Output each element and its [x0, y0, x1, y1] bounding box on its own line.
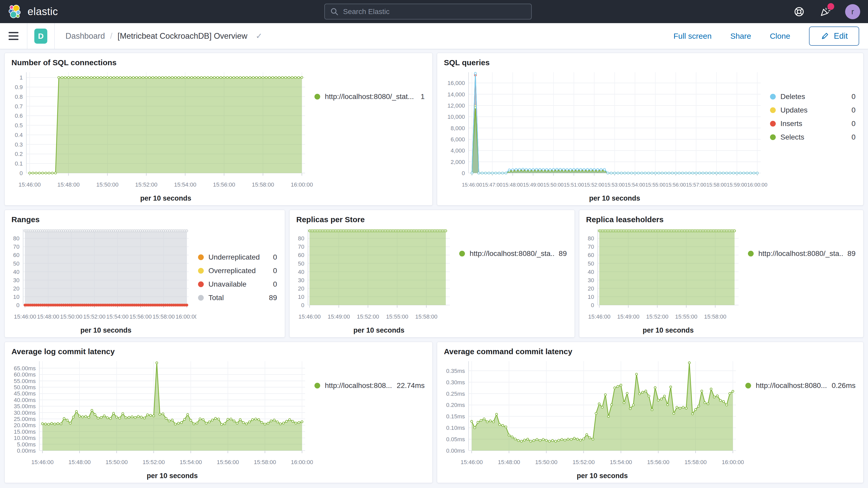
legend-series-dot [459, 251, 465, 256]
legend-item[interactable]: http://localhost:808...22.74ms [314, 382, 425, 390]
svg-text:10: 10 [298, 294, 304, 300]
elastic-logo[interactable]: elastic [8, 4, 58, 19]
legend-item[interactable]: Inserts0 [770, 120, 856, 128]
svg-text:16:00:00: 16:00:00 [291, 181, 313, 188]
chart-legend: http://localhost:8080/_sta...89 [458, 224, 572, 336]
panel-title: Average log commit latency [11, 347, 430, 356]
svg-text:15:52:00: 15:52:00 [584, 182, 604, 188]
legend-series-dot [314, 94, 320, 99]
legend-item[interactable]: Updates0 [770, 106, 856, 114]
menu-button[interactable] [0, 23, 27, 49]
legend-series-label: Updates [780, 106, 807, 114]
svg-text:15:46:00: 15:46:00 [31, 459, 54, 465]
svg-text:0.2: 0.2 [15, 151, 23, 157]
svg-text:40: 40 [13, 269, 20, 275]
chart-canvas-sql-queries[interactable]: 02,0004,0006,0008,00010,00012,00014,0001… [442, 67, 769, 204]
edit-button[interactable]: Edit [809, 27, 859, 46]
svg-text:15:56:00: 15:56:00 [129, 313, 152, 320]
newsfeed-button[interactable] [819, 6, 831, 18]
svg-text:1: 1 [20, 74, 23, 81]
legend-item[interactable]: http://localhost:8080/_stat...1 [314, 92, 425, 101]
svg-text:15:50:00: 15:50:00 [96, 181, 119, 188]
legend-item[interactable]: Underreplicated0 [198, 253, 277, 262]
chart-canvas-sql-connections[interactable]: 00.10.20.30.40.50.60.70.80.9115:46:0015:… [10, 67, 313, 204]
svg-text:60: 60 [588, 252, 594, 258]
legend-series-label: Deletes [780, 92, 805, 101]
legend-series-label: http://localhost:808... [325, 382, 392, 390]
chart-canvas-command-commit-latency[interactable]: 0.00ms0.05ms0.10ms0.15ms0.20ms0.25ms0.30… [442, 357, 744, 481]
legend-series-dot [770, 94, 776, 99]
legend-series-value: 0 [273, 253, 277, 262]
legend-item[interactable]: Overreplicated0 [198, 267, 277, 275]
legend-item[interactable]: http://localhost:8080...0.26ms [745, 382, 856, 390]
panel-command-commit-latency: Average command commit latency 0.00ms0.0… [437, 342, 864, 483]
chart-canvas-replica-leaseholders[interactable]: 0102030405060708015:46:0015:49:0015:52:0… [585, 224, 746, 336]
svg-text:16,000: 16,000 [447, 80, 465, 86]
svg-text:40.00ms: 40.00ms [14, 397, 36, 403]
brand-name: elastic [28, 6, 58, 18]
svg-text:55.00ms: 55.00ms [14, 378, 36, 384]
check-icon[interactable]: ✓ [256, 31, 262, 40]
breadcrumb-separator: / [110, 31, 113, 41]
legend-series-label: http://localhost:8080/_sta... [470, 249, 554, 258]
svg-text:0.15ms: 0.15ms [446, 413, 465, 420]
top-header-bar: elastic Search Elastic [0, 0, 868, 23]
svg-text:per 10 seconds: per 10 seconds [589, 194, 640, 202]
legend-series-value: 0 [273, 280, 277, 288]
legend-series-dot [745, 383, 751, 389]
full-screen-button[interactable]: Full screen [673, 32, 712, 40]
legend-series-label: http://localhost:8080/_sta... [758, 249, 843, 258]
svg-text:50: 50 [588, 261, 594, 267]
share-button[interactable]: Share [730, 32, 751, 40]
panel-log-commit-latency: Average log commit latency 0.00ms5.00ms1… [4, 342, 433, 483]
svg-text:40: 40 [588, 269, 594, 275]
svg-text:15:48:00: 15:48:00 [503, 182, 523, 188]
app-badge-container: D [27, 23, 55, 49]
panel-replicas-per-store: Replicas per Store 0102030405060708015:4… [289, 210, 575, 338]
legend-item[interactable]: Unavailable0 [198, 280, 277, 288]
legend-series-value: 0 [273, 267, 277, 275]
dashboard-app-badge[interactable]: D [34, 29, 47, 44]
svg-text:15:55:00: 15:55:00 [386, 313, 408, 320]
panel-sql-queries: SQL queries 02,0004,0006,0008,00010,0001… [437, 53, 864, 206]
user-avatar[interactable]: r [845, 4, 860, 19]
legend-item[interactable]: http://localhost:8080/_sta...89 [748, 249, 856, 258]
chart-legend: http://localhost:8080/_sta...89 [746, 224, 861, 336]
legend-series-label: Selects [780, 133, 804, 141]
chart-canvas-log-commit-latency[interactable]: 0.00ms5.00ms10.00ms15.00ms20.00ms25.00ms… [10, 357, 313, 481]
legend-series-label: Overreplicated [209, 267, 256, 275]
svg-text:0.10ms: 0.10ms [446, 425, 465, 431]
svg-text:15:52:00: 15:52:00 [135, 181, 157, 188]
svg-text:15:56:00: 15:56:00 [647, 459, 670, 465]
svg-text:20: 20 [298, 285, 304, 292]
legend-item[interactable]: Selects0 [770, 133, 856, 141]
svg-text:70: 70 [588, 243, 594, 250]
svg-text:16:00:00: 16:00:00 [176, 313, 196, 320]
svg-text:15:49:00: 15:49:00 [523, 182, 543, 188]
search-input[interactable]: Search Elastic [324, 4, 532, 20]
legend-series-value: 0 [851, 133, 856, 141]
legend-item[interactable]: Deletes0 [770, 92, 856, 101]
svg-text:15:54:00: 15:54:00 [625, 182, 645, 188]
chart-canvas-ranges[interactable]: 0102030405060708015:46:0015:48:0015:50:0… [10, 224, 196, 336]
svg-text:0.6: 0.6 [15, 113, 23, 119]
svg-text:15:58:00: 15:58:00 [706, 182, 726, 188]
legend-item[interactable]: Total89 [198, 294, 277, 302]
svg-text:0.00ms: 0.00ms [17, 448, 36, 454]
breadcrumb-dashboard[interactable]: Dashboard [65, 31, 105, 41]
svg-text:15:54:00: 15:54:00 [610, 459, 632, 465]
svg-text:15:52:00: 15:52:00 [646, 313, 669, 320]
legend-series-label: Unavailable [209, 280, 246, 288]
search-icon [330, 7, 339, 16]
help-button[interactable] [793, 6, 805, 18]
legend-item[interactable]: http://localhost:8080/_sta...89 [459, 249, 567, 258]
svg-text:0.1: 0.1 [15, 160, 23, 167]
chart-legend: Deletes0Updates0Inserts0Selects0 [769, 67, 861, 204]
svg-text:15:50:00: 15:50:00 [544, 182, 564, 188]
panel-title: SQL queries [444, 58, 861, 67]
clone-button[interactable]: Clone [770, 32, 790, 40]
svg-text:5.00ms: 5.00ms [17, 441, 36, 448]
svg-text:40: 40 [298, 269, 304, 275]
chart-canvas-replicas-per-store[interactable]: 0102030405060708015:46:0015:49:0015:52:0… [295, 224, 458, 336]
svg-text:per 10 seconds: per 10 seconds [80, 326, 131, 334]
